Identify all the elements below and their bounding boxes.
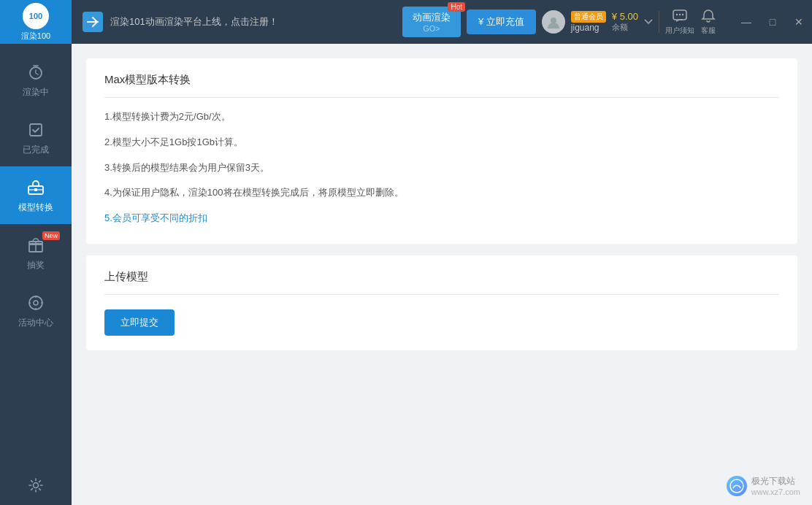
- chevron-down-icon[interactable]: [644, 19, 653, 25]
- balance-value: ¥ 5.00: [612, 11, 638, 22]
- upload-section: 立即提交: [104, 307, 779, 336]
- sidebar-item-completed[interactable]: 已完成: [0, 109, 72, 166]
- svg-point-2: [676, 14, 678, 15]
- user-info: 普通会员 jiguang: [571, 11, 606, 33]
- info-item-4: 4.为保证用户隐私，渲染100将在模型转换完成后，将原模型立即删除。: [104, 185, 779, 201]
- svg-point-14: [34, 483, 39, 488]
- main-content: Max模型版本转换 1.模型转换计费为2元/Gb/次。 2.模型大小不足1Gb按…: [72, 44, 812, 505]
- balance-label: 余额: [612, 22, 628, 33]
- sidebar-item-activities[interactable]: 活动中心: [0, 282, 72, 339]
- watermark-logo: [727, 476, 747, 496]
- settings-button[interactable]: [0, 466, 72, 505]
- bell-icon: [700, 8, 716, 24]
- section1-title: Max模型版本转换: [104, 73, 779, 98]
- svg-point-3: [679, 14, 681, 15]
- logo: 100 渲染100: [0, 0, 72, 44]
- info-item-1: 1.模型转换计费为2元/Gb/次。: [104, 109, 779, 125]
- user-section: 普通会员 jiguang ¥ 5.00 余额: [542, 10, 653, 34]
- notification-button[interactable]: 用户须知: [665, 8, 694, 36]
- svg-rect-9: [34, 188, 37, 191]
- btn-animation-hot: Hot: [448, 2, 465, 12]
- svg-point-4: [682, 14, 683, 15]
- svg-point-13: [34, 301, 38, 305]
- balance-section: ¥ 5.00 余额: [612, 11, 638, 33]
- chat-icon: [672, 8, 688, 24]
- recharge-button[interactable]: ¥ 立即充值: [467, 9, 536, 34]
- announce-icon: [83, 12, 103, 32]
- animation-render-button[interactable]: Hot 动画渲染 GO>: [402, 7, 461, 37]
- info-item-5: 5.会员可享受不同的折扣: [104, 211, 779, 226]
- watermark-text: 极光下载站 www.xz7.com: [751, 475, 800, 496]
- timer-icon: [25, 61, 47, 83]
- info-item-3: 3.转换后的模型结果会为用户保留3天。: [104, 161, 779, 176]
- window-controls: — □ ✕: [733, 10, 812, 34]
- info-card: Max模型版本转换 1.模型转换计费为2元/Gb/次。 2.模型大小不足1Gb按…: [86, 58, 797, 244]
- title-bar: 100 渲染100 渲染101动画渲染平台上线，点击注册！ Hot 动画渲染 G…: [0, 0, 812, 44]
- announcement-bar: 渲染101动画渲染平台上线，点击注册！: [72, 12, 402, 32]
- svg-rect-6: [30, 124, 42, 136]
- username: jiguang: [571, 23, 600, 33]
- check-icon: [25, 119, 47, 141]
- upload-card: 上传模型 立即提交: [86, 255, 797, 350]
- sidebar-item-rendering[interactable]: 渲染中: [0, 51, 72, 109]
- header-actions: Hot 动画渲染 GO> ¥ 立即充值 普通会员 jiguang ¥ 5.00 …: [402, 7, 727, 37]
- service-button[interactable]: 客服: [700, 8, 716, 36]
- divider: [659, 11, 659, 33]
- close-button[interactable]: ✕: [786, 10, 812, 34]
- submit-button[interactable]: 立即提交: [104, 309, 175, 336]
- toolbox-icon: [25, 177, 47, 198]
- sidebar: 渲染中 已完成 模型转换 New: [0, 44, 72, 505]
- compass-icon: [25, 292, 47, 314]
- section2-title: 上传模型: [104, 270, 779, 295]
- info-list: 1.模型转换计费为2元/Gb/次。 2.模型大小不足1Gb按1Gb计算。 3.转…: [104, 109, 779, 229]
- sidebar-item-lottery[interactable]: New 抽奖: [0, 224, 72, 282]
- logo-circle: 100: [23, 3, 49, 29]
- watermark: 极光下载站 www.xz7.com: [727, 475, 800, 496]
- svg-point-12: [29, 296, 42, 309]
- logo-label: 渲染100: [21, 31, 50, 42]
- new-badge: New: [42, 231, 60, 240]
- svg-point-0: [551, 18, 556, 23]
- minimize-button[interactable]: —: [733, 10, 759, 34]
- maximize-button[interactable]: □: [759, 10, 786, 34]
- member-badge: 普通会员: [571, 11, 606, 23]
- avatar: [542, 10, 565, 34]
- info-item-2: 2.模型大小不足1Gb按1Gb计算。: [104, 135, 779, 150]
- sidebar-item-model-convert[interactable]: 模型转换: [0, 166, 72, 224]
- announcement-text: 渲染101动画渲染平台上线，点击注册！: [110, 15, 278, 28]
